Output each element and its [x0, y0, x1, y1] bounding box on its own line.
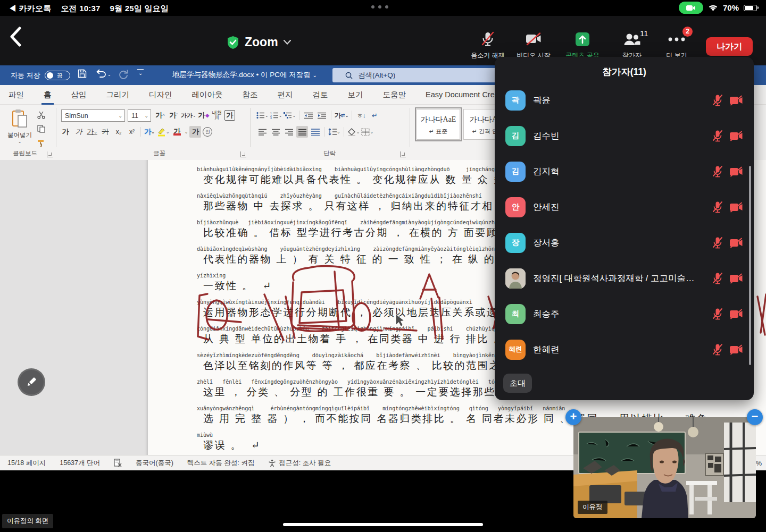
clipboard-dialog-launcher[interactable]	[47, 151, 53, 157]
participant-row[interactable]: 최 최승주	[495, 296, 754, 332]
multilevel-list-button[interactable]: ⌄	[284, 109, 296, 121]
accessibility-indicator[interactable]: 접근성: 조사 필요	[268, 459, 331, 468]
underline-button[interactable]: 가⌄	[86, 126, 98, 138]
numbering-button[interactable]: 123⌄	[270, 109, 282, 121]
word-count[interactable]: 15637개 단어	[60, 459, 100, 468]
page-indicator[interactable]: 15/18 페이지	[7, 459, 46, 468]
participant-row[interactable]: 김 김지혁	[495, 154, 754, 189]
participants-scrollbar[interactable]	[749, 166, 751, 365]
back-button[interactable]	[10, 27, 28, 48]
clear-formatting-button[interactable]: 가◆	[198, 109, 210, 121]
leave-meeting-button[interactable]: 나가기	[706, 37, 753, 56]
more-button[interactable]: 2 더 보기	[654, 31, 700, 60]
chevron-left-icon	[10, 27, 21, 47]
distribute-button[interactable]	[310, 126, 321, 138]
ribbon-tab-레이아웃[interactable]: 레이아웃	[192, 85, 223, 105]
bold-button[interactable]: 가	[60, 126, 71, 138]
show-paragraph-marks-button[interactable]: ↵	[369, 109, 380, 121]
change-case-button[interactable]: 가가⌄	[181, 109, 196, 121]
asian-layout-button[interactable]: 가⇄⌄	[335, 109, 348, 121]
line-spacing-button[interactable]: ⌄	[328, 126, 340, 138]
participant-row[interactable]: 안 안세진	[495, 189, 754, 225]
borders-button[interactable]: ⌄	[361, 126, 373, 138]
share-content-button[interactable]: 콘텐츠 공유	[560, 31, 605, 60]
bullets-button[interactable]: ⌄	[256, 109, 269, 121]
participant-row[interactable]: 정영진[ 대학원석사과정재학 / 고고미술…	[495, 260, 754, 296]
copy-button[interactable]	[35, 123, 47, 134]
ribbon-tab-디자인[interactable]: 디자인	[149, 85, 172, 105]
ribbon-tab-참조[interactable]: 참조	[243, 85, 258, 105]
italic-button[interactable]: 가	[73, 126, 85, 138]
ribbon-tab-파일[interactable]: 파일	[9, 85, 24, 105]
participants-button[interactable]: 11 참가자	[609, 31, 655, 60]
ribbon-tab-보기[interactable]: 보기	[348, 85, 363, 105]
speaker-video-thumbnail[interactable]: 이유정	[573, 417, 756, 518]
ribbon-tab-삽입[interactable]: 삽입	[71, 85, 87, 105]
ribbon-tab-홈[interactable]: 홈	[44, 85, 52, 105]
meeting-title[interactable]: Zoom	[227, 35, 291, 49]
ribbon-tab-그리기[interactable]: 그리기	[106, 85, 130, 105]
style-normal[interactable]: 가나다AaE ↵ 표준	[417, 109, 460, 140]
undo-button[interactable]: ⌄	[96, 69, 106, 80]
autosave-control: 자동 저장 끔	[11, 71, 70, 80]
autosave-toggle[interactable]: 끔	[45, 71, 70, 80]
ribbon-tab-편지[interactable]: 편지	[278, 85, 293, 105]
shading-button[interactable]: ⌄	[347, 126, 360, 138]
increase-indent-button[interactable]	[316, 109, 328, 121]
ribbon-tab-검토[interactable]: 검토	[313, 85, 328, 105]
subscript-button[interactable]: x₂	[113, 126, 124, 138]
font-name-select[interactable]: SimSun⌄	[61, 109, 125, 122]
paragraph-group-label: 단락	[323, 149, 336, 157]
sort-button[interactable]: ㅎ↓	[355, 109, 367, 121]
align-center-button[interactable]	[270, 126, 281, 138]
text-effects-button[interactable]: 가⌄	[144, 126, 155, 138]
search-input[interactable]: 검색(Alt+Q)	[332, 68, 496, 82]
align-right-button[interactable]	[283, 126, 295, 138]
ribbon-tab-도움말[interactable]: 도움말	[383, 85, 406, 105]
add-video-tile-button[interactable]: +	[565, 409, 581, 425]
format-painter-button[interactable]	[35, 137, 47, 148]
superscript-button[interactable]: x²	[126, 126, 138, 138]
grow-font-button[interactable]: 가^	[154, 109, 166, 121]
invite-button[interactable]: 초대	[503, 374, 532, 393]
participant-row[interactable]: 장 장서홍	[495, 225, 754, 260]
customize-quick-access-button[interactable]: ⌄	[137, 69, 144, 77]
font-dialog-launcher[interactable]	[240, 151, 246, 157]
pinyin-line: miùwù	[197, 432, 213, 438]
strikethrough-button[interactable]: 가	[99, 126, 111, 138]
highlight-button[interactable]: ⌄	[157, 126, 170, 138]
home-indicator[interactable]	[283, 523, 483, 526]
justify-button[interactable]	[296, 126, 308, 138]
language-indicator[interactable]: 중국어(중국)	[136, 459, 173, 468]
cut-button[interactable]	[35, 109, 47, 121]
save-button[interactable]	[78, 69, 87, 80]
font-color-button[interactable]: 가	[171, 126, 183, 138]
video-off-icon	[729, 309, 743, 319]
character-shading-button[interactable]: 가	[189, 126, 201, 138]
font-size-select[interactable]: 11⌄	[128, 109, 151, 122]
pinyin-line: zhèlǐ fēnlèi fēnxíngdegōngzuòhěnzhòngyào…	[197, 379, 507, 385]
back-to-app-link[interactable]: ◀ 카카오톡	[9, 4, 51, 13]
redo-button[interactable]	[118, 69, 129, 81]
unmute-button[interactable]: 음소거 해제	[465, 31, 511, 60]
proofing-status-icon[interactable]	[114, 459, 122, 467]
minimize-video-tile-button[interactable]: −	[747, 409, 763, 425]
hanzi-line: 一致性 。 ↵	[203, 279, 272, 293]
app-title: Zoom	[245, 35, 278, 49]
autosave-label: 자동 저장	[11, 71, 40, 80]
phonetic-guide-button[interactable]: 내천川	[211, 109, 223, 121]
autocomplete-indicator[interactable]: 텍스트 자동 완성: 켜짐	[187, 459, 254, 468]
paste-button[interactable]: 붙여넣기 ⌄	[7, 109, 32, 144]
paragraph-dialog-launcher[interactable]	[400, 151, 406, 157]
annotate-pencil-button[interactable]	[18, 368, 45, 396]
pinyin-line: biànhuàguīlǜkěnéngnányǐjùbèidàibiǎoxìng …	[197, 166, 517, 172]
participant-row[interactable]: 김 김수빈	[495, 118, 754, 154]
decrease-indent-button[interactable]	[303, 109, 314, 121]
participant-row[interactable]: 곽 곽윤	[495, 82, 754, 118]
enclose-characters-button[interactable]: 인	[203, 127, 212, 137]
participant-row[interactable]: 혜련 한혜련	[495, 332, 754, 367]
start-video-button[interactable]: 비디오 시작	[511, 31, 556, 60]
shrink-font-button[interactable]: 가ˇ	[168, 109, 179, 121]
align-left-button[interactable]	[256, 126, 268, 138]
character-border-button[interactable]: 가	[224, 110, 235, 121]
